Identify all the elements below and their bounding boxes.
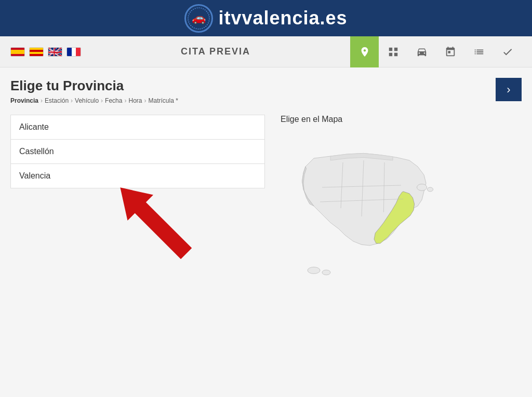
spain-map[interactable]: [281, 130, 447, 286]
sep5: ›: [144, 97, 146, 104]
breadcrumb-estacion: Estación: [45, 97, 69, 104]
content-area: Alicante Castellón Valencia Elige en el …: [10, 115, 522, 296]
car-icon: [416, 46, 428, 58]
breadcrumb-vehiculo: Vehículo: [75, 97, 99, 104]
svg-point-1: [417, 184, 427, 191]
province-list: Alicante Castellón Valencia: [10, 115, 265, 296]
calendar-icon: [445, 46, 456, 58]
uk-flag-svg: [48, 47, 62, 57]
list-icon: [473, 46, 485, 58]
sep4: ›: [124, 97, 126, 104]
site-title: itvvalencia.es: [218, 7, 347, 29]
flag-english[interactable]: [48, 47, 62, 57]
map-area: Elige en el Mapa: [281, 115, 522, 296]
site-header: 🚗 itvvalencia.es: [0, 0, 532, 36]
sep2: ›: [71, 97, 73, 104]
flag-spanish[interactable]: [10, 47, 25, 57]
flag-french[interactable]: [66, 47, 81, 57]
map-container: [281, 130, 457, 296]
breadcrumb-fecha: Fecha: [105, 97, 122, 104]
main-content: Elige tu Provincia Provincia › Estación …: [0, 67, 532, 307]
province-valencia[interactable]: Valencia: [10, 163, 265, 188]
svg-point-4: [322, 270, 330, 275]
nav-location-button[interactable]: [350, 36, 379, 67]
breadcrumb-hora: Hora: [128, 97, 142, 104]
province-alicante[interactable]: Alicante: [10, 115, 265, 139]
grid-icon: [388, 46, 399, 58]
nav-list-button[interactable]: [464, 36, 493, 67]
breadcrumb: Provincia › Estación › Vehículo › Fecha …: [10, 97, 178, 104]
nav-car-button[interactable]: [407, 36, 436, 67]
next-button[interactable]: ›: [496, 78, 522, 101]
nav-calendar-button[interactable]: [436, 36, 464, 67]
sep3: ›: [101, 97, 103, 104]
logo-area: 🚗 itvvalencia.es: [184, 4, 347, 33]
location-icon: [359, 46, 370, 58]
language-flags: [10, 47, 81, 57]
nav-check-button[interactable]: [493, 36, 522, 67]
svg-point-2: [427, 187, 433, 191]
navbar-title: CITA PREVIA: [81, 46, 350, 57]
logo-car-icon: 🚗: [192, 11, 206, 25]
nav-icon-group: [350, 36, 522, 67]
page-title-area: Elige tu Provincia Provincia › Estación …: [10, 78, 178, 104]
sep1: ›: [41, 97, 43, 104]
breadcrumb-matricula: Matrícula *: [148, 97, 178, 104]
svg-point-3: [308, 267, 320, 274]
page-header: Elige tu Provincia Provincia › Estación …: [10, 78, 522, 104]
flag-valencian[interactable]: [29, 47, 44, 57]
logo-circle: 🚗: [184, 4, 213, 33]
province-castellon[interactable]: Castellón: [10, 139, 265, 163]
page-title: Elige tu Provincia: [10, 78, 178, 94]
nav-grid-button[interactable]: [379, 36, 407, 67]
main-navbar: CITA PREVIA: [0, 36, 532, 67]
map-title: Elige en el Mapa: [281, 115, 522, 124]
check-icon: [502, 46, 513, 58]
breadcrumb-provincia: Provincia: [10, 97, 38, 104]
